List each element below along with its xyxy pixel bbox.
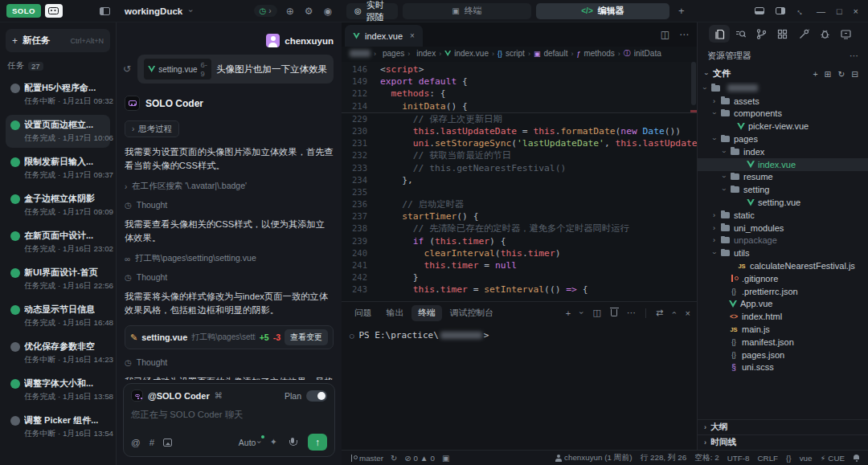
problems-indicator[interactable]: ⊘0 ▲0 <box>404 454 435 463</box>
file-tree-row[interactable]: setting.vue <box>698 196 868 209</box>
search-icon[interactable] <box>730 25 751 43</box>
panel-tab[interactable]: 调试控制台 <box>444 305 500 321</box>
breadcrumb-item[interactable]: pages <box>383 49 404 58</box>
file-tree-row[interactable]: JS calculateNearestFestival.js <box>698 259 868 272</box>
task-list-item[interactable]: 配置H5小程序命... 任务中断 · 1月21日 09:32 <box>6 78 110 111</box>
refresh-icon[interactable]: ↻ <box>837 69 845 79</box>
terminal-dropdown-icon[interactable]: › <box>577 312 586 314</box>
task-list-item[interactable]: 在新页面中设计... 任务完成 · 1月16日 23:02 <box>6 226 110 259</box>
close-tab-icon[interactable]: × <box>410 31 415 40</box>
add-view-button[interactable]: + <box>674 5 689 17</box>
remote-window-icon[interactable] <box>836 25 857 43</box>
file-tree-row[interactable]: › utils <box>698 247 868 259</box>
file-tree-row[interactable]: {} manifest.json <box>698 336 868 349</box>
kill-terminal-icon[interactable] <box>611 309 617 316</box>
task-list-item[interactable]: 调整字体大小和... 任务完成 · 1月16日 13:58 <box>6 373 110 406</box>
format-icon[interactable]: {} <box>786 454 792 463</box>
channel-hash-icon[interactable]: # <box>149 438 154 447</box>
files-section-header[interactable]: › 文件 + ⊞ ↻ ⊟ <box>698 65 868 82</box>
settings-gear-icon[interactable]: ⚙ <box>303 5 315 18</box>
file-tree-row[interactable]: {} pages.json <box>698 349 868 361</box>
view-tab[interactable]: </> 编辑器 <box>536 3 669 19</box>
task-list-item[interactable]: 盒子边框立体阴影 任务完成 · 1月17日 09:09 <box>6 189 110 222</box>
file-tree-row[interactable]: index.vue <box>698 158 868 171</box>
panel-layout-icon[interactable]: ⇄ <box>656 308 663 318</box>
file-tree-row[interactable]: › pages <box>698 133 868 145</box>
task-list-item[interactable]: 新UI界面设计-首页 任务完成 · 1月16日 22:56 <box>6 263 110 296</box>
maximize-button[interactable]: □ <box>837 6 842 16</box>
task-list-item[interactable]: 限制发薪日输入... 任务完成 · 1月17日 09:37 <box>6 152 110 185</box>
task-list-item[interactable]: 调整 Picker 组件... 任务中断 · 1月16日 13:54 <box>6 410 110 443</box>
branch-indicator[interactable]: master <box>350 454 383 463</box>
mic-icon[interactable] <box>286 437 299 448</box>
sidebar-toggle-icon[interactable] <box>100 7 110 15</box>
file-tree-row[interactable]: .gitignore <box>698 272 868 285</box>
panel-tab[interactable]: 输出 <box>380 305 411 321</box>
file-tree-row[interactable]: JS main.js <box>698 323 868 336</box>
new-folder-icon[interactable]: ⊞ <box>825 69 832 79</box>
view-tab[interactable]: ◎ 实时跟随 <box>346 3 398 19</box>
thought-step[interactable]: ◷ Thought <box>125 200 334 210</box>
file-tree-row[interactable]: › uni_modules <box>698 222 868 235</box>
panel-more-icon[interactable]: ⋯ <box>627 308 636 318</box>
new-terminal-icon[interactable]: + <box>566 308 571 318</box>
editor-tab[interactable]: index.vue × <box>345 25 423 47</box>
notifications-bell-icon[interactable] <box>853 454 860 462</box>
file-tree-row[interactable]: § uni.scss <box>698 361 868 374</box>
split-editor-icon[interactable]: ◫ <box>661 29 669 40</box>
file-tree-row[interactable]: › <box>698 82 868 95</box>
thought-step[interactable]: ◷ Thought <box>125 357 334 367</box>
breadcrumb[interactable]: › pages › index › index.vue › {} script … <box>342 47 697 60</box>
file-tree-row[interactable]: <> index.html <box>698 310 868 323</box>
terminal-content[interactable]: ○ PS E:\practice\ > <box>342 324 697 347</box>
task-list-item[interactable]: 优化保存参数非空 任务中断 · 1月16日 14:23 <box>6 337 110 369</box>
minimize-button[interactable]: — <box>817 6 825 16</box>
send-button[interactable]: ↑ <box>308 434 327 451</box>
debug-bug-icon[interactable] <box>815 25 836 43</box>
view-tab[interactable]: ▣ 终端 <box>403 3 531 19</box>
new-file-icon[interactable]: + <box>813 69 817 79</box>
breadcrumb-item[interactable]: index.vue <box>454 49 489 58</box>
explorer-icon[interactable] <box>709 25 730 43</box>
explorer-more-icon[interactable]: ⋯ <box>850 51 858 61</box>
file-tree-row[interactable]: picker-view.vue <box>698 120 868 133</box>
timeline-section[interactable]: › 时间线 <box>698 434 868 450</box>
file-reference-tag[interactable]: setting.vue 6-9 <box>144 59 211 80</box>
eol-indicator[interactable]: CRLF <box>757 454 778 463</box>
file-tree-row[interactable]: › setting <box>698 183 868 196</box>
file-tree-row[interactable]: › resume <box>698 171 868 184</box>
collapse-all-icon[interactable]: ⊟ <box>851 69 858 79</box>
mode-selector[interactable]: Auto › <box>239 438 261 447</box>
source-control-icon[interactable] <box>751 25 772 43</box>
toggle-secondary-sidebar-icon[interactable] <box>776 7 785 14</box>
code-editor[interactable]: 146<script> 149export default { 212 meth… <box>342 60 697 301</box>
panel-tab[interactable]: 问题 <box>348 305 379 321</box>
encoding-indicator[interactable]: UTF-8 <box>727 454 750 463</box>
plan-toggle[interactable] <box>306 390 327 402</box>
file-tree-row[interactable]: App.vue <box>698 298 868 311</box>
file-tree-row[interactable]: › assets <box>698 95 868 108</box>
mention-at-icon[interactable]: @ <box>131 438 141 447</box>
restore-layout-icon[interactable]: ↔ <box>794 4 807 17</box>
task-progress-button[interactable]: ◷› <box>254 5 277 17</box>
breadcrumb-item[interactable]: index <box>416 49 436 58</box>
task-list-item[interactable]: 设置页面边框立... 任务完成 · 1月17日 10:06 <box>6 115 110 148</box>
chat-input-box[interactable]: @SOLO Coder ⌘ Plan 您正在与 SOLO Coder 聊天 @ … <box>123 383 335 457</box>
file-tree-row[interactable]: › unpackage <box>698 235 868 247</box>
file-view-step[interactable]: ∞ 打工鸭\pages\setting\setting.vue <box>125 253 334 264</box>
indent-indicator[interactable]: 空格: 2 <box>694 453 719 463</box>
cue-assistant[interactable]: ⚡ CUE <box>820 454 845 463</box>
new-task-button[interactable]: + 新任务 Ctrl+Alt+N <box>6 29 110 52</box>
image-attach-icon[interactable] <box>163 438 172 447</box>
maximize-panel-icon[interactable]: › <box>669 312 678 314</box>
close-button[interactable]: × <box>854 6 858 16</box>
view-changes-button[interactable]: 查看变更 <box>285 329 328 345</box>
git-blame[interactable]: chenxuyun (1 周前) <box>555 453 632 463</box>
file-edit-card[interactable]: ✎ setting.vue 打工鸭\pages\setting\settin..… <box>125 325 334 349</box>
task-list-item[interactable]: 动态显示节日信息 任务完成 · 1月16日 16:48 <box>6 300 110 332</box>
chat-input-placeholder[interactable]: 您正在与 SOLO Coder 聊天 <box>131 409 327 421</box>
close-panel-icon[interactable]: × <box>686 308 690 318</box>
split-terminal-icon[interactable]: ◫ <box>593 308 601 318</box>
editor-scrollbar[interactable] <box>691 62 696 105</box>
retry-icon[interactable]: ↺ <box>123 63 131 75</box>
